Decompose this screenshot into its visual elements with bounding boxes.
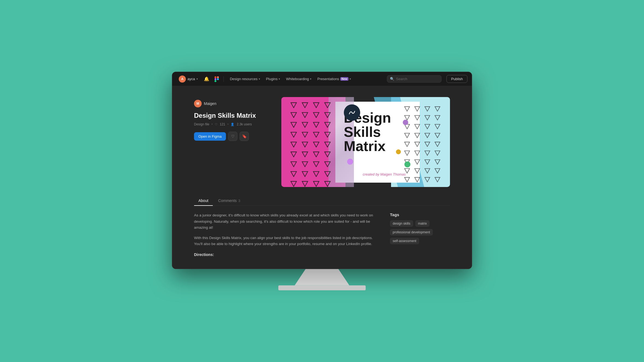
action-buttons: Open in Figma ♡ 🔖 [194,132,265,141]
nav-divider [223,76,224,82]
bookmark-button[interactable]: 🔖 [240,132,249,141]
preview-logo [344,104,360,121]
svg-marker-36 [325,172,330,177]
svg-marker-50 [415,124,420,129]
svg-marker-60 [435,142,440,147]
svg-marker-55 [425,133,430,138]
author-avatar: M [194,100,202,107]
figma-logo-icon[interactable] [213,76,220,83]
tags-heading: Tags [390,212,450,217]
svg-marker-6 [302,103,308,108]
svg-marker-68 [435,160,440,164]
about-paragraph1: As a junior designer, it's difficult to … [194,212,374,231]
svg-marker-5 [291,103,297,108]
tag-item[interactable]: professional development [390,229,433,236]
svg-marker-49 [404,124,410,129]
svg-marker-15 [313,122,319,128]
svg-marker-20 [325,132,330,137]
comments-count: 3 [238,199,240,203]
monitor-base [278,285,366,290]
preview-area: Design Skills Matrix created by Maigen T… [281,97,450,187]
svg-marker-26 [302,152,308,157]
tabs-section: About Comments 3 [194,196,450,206]
file-users: 2.3k users [237,122,252,126]
svg-marker-10 [302,113,308,118]
search-icon: 🔍 [390,77,394,81]
nav-plugins[interactable]: Plugins ▾ [263,75,283,83]
svg-marker-32 [325,162,330,167]
user-menu[interactable]: A ayca ▾ [177,74,200,84]
dot-purple [403,120,408,125]
plugins-chevron-icon: ▾ [279,77,280,80]
svg-marker-51 [425,124,430,129]
tab-comments[interactable]: Comments 3 [214,196,245,206]
svg-marker-62 [415,151,420,156]
svg-marker-53 [404,133,410,138]
tag-item[interactable]: self-assessment [390,238,419,244]
svg-marker-74 [415,177,420,182]
svg-marker-58 [415,142,420,147]
bookmark-icon: 🔖 [242,134,247,138]
svg-marker-42 [415,107,420,111]
tag-item[interactable]: design skills [390,220,413,227]
nav-presentations[interactable]: Presentations New ▾ [315,75,354,83]
publish-button[interactable]: Publish [446,75,467,83]
svg-marker-56 [435,133,440,138]
meta-dot2: • [227,122,228,126]
svg-marker-14 [302,122,308,128]
heart-icon: ♡ [231,134,235,138]
svg-marker-76 [435,177,440,182]
svg-marker-59 [425,142,430,147]
heart-icon: ♡ [215,123,217,126]
svg-rect-0 [214,76,216,78]
username-label: ayca [187,77,195,81]
navbar: A ayca ▾ 🔔 Design resources [172,72,472,86]
svg-marker-8 [325,103,330,108]
svg-marker-27 [313,152,319,157]
preview-subtitle: created by Maigen Thomas [344,172,425,176]
svg-marker-40 [325,182,330,187]
tags-list: design skillsmatrixprofessional developm… [390,220,450,244]
svg-marker-54 [415,133,420,138]
tags-panel: Tags design skillsmatrixprofessional dev… [390,212,450,258]
svg-point-4 [217,78,219,80]
nav-whiteboarding[interactable]: Whiteboarding ▾ [283,75,314,83]
search-placeholder: Search [396,77,407,81]
svg-marker-18 [302,132,308,137]
svg-marker-7 [313,103,319,108]
svg-marker-39 [313,182,319,187]
svg-marker-30 [302,162,308,167]
whiteboarding-chevron-icon: ▾ [310,77,311,80]
about-paragraph2: With this Design Skills Matrix, you can … [194,235,374,247]
svg-marker-13 [291,122,297,128]
svg-rect-3 [214,80,216,82]
svg-marker-64 [435,151,440,156]
search-box[interactable]: 🔍 Search [387,75,442,83]
file-author: M Maigen [194,100,265,107]
svg-rect-2 [214,78,216,80]
svg-marker-46 [415,116,420,120]
svg-marker-33 [291,172,297,177]
svg-marker-52 [435,124,440,129]
dot-green [404,161,410,167]
like-button[interactable]: ♡ [228,132,237,141]
svg-marker-35 [313,172,319,177]
content-layout: M Maigen Design Skills Matrix Design fil… [194,97,450,187]
svg-marker-63 [425,151,430,156]
svg-marker-17 [291,132,297,137]
nav-design-resources[interactable]: Design resources ▾ [227,75,263,83]
svg-marker-48 [435,116,440,120]
presentations-badge: New [340,77,349,81]
dot-lilac [347,159,353,165]
svg-marker-66 [415,160,420,164]
nav-links: Design resources ▾ Plugins ▾ Whiteboardi… [227,75,354,83]
tab-about[interactable]: About [194,196,213,206]
tabs: About Comments 3 [194,196,450,206]
bell-icon[interactable]: 🔔 [202,75,211,83]
svg-marker-37 [291,182,297,187]
svg-marker-57 [404,142,410,147]
tag-item[interactable]: matrix [415,220,430,227]
open-in-figma-button[interactable]: Open in Figma [194,132,226,141]
about-text: As a junior designer, it's difficult to … [194,212,374,258]
svg-marker-38 [302,182,308,187]
